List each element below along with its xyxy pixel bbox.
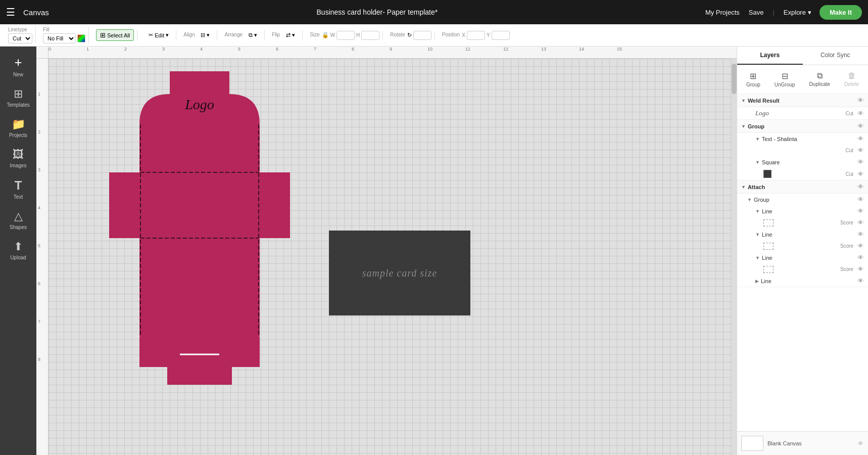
line3-chevron[interactable]: ▼ <box>755 255 760 260</box>
ruler-mark-1: 1 <box>86 47 89 52</box>
square-cut-visibility[interactable]: 👁 <box>857 170 864 178</box>
ruler-mark-4: 4 <box>200 47 203 52</box>
line4-visibility[interactable]: 👁 <box>857 277 864 285</box>
line3-row[interactable]: ▼ Line 👁 <box>737 252 868 263</box>
make-it-button[interactable]: Make It <box>819 5 862 20</box>
x-input[interactable] <box>467 31 485 40</box>
score3-preview <box>763 266 774 273</box>
x-label: X <box>462 32 465 38</box>
sidebar-item-shapes[interactable]: △ Shapes <box>3 206 34 234</box>
attach-group-visibility[interactable]: 👁 <box>857 196 864 203</box>
text-shalinta-cut-visibility[interactable]: 👁 <box>857 147 864 154</box>
top-bar: ☰ Canvas Business card holder- Paper tem… <box>0 0 868 24</box>
score1-visibility[interactable]: 👁 <box>857 219 864 226</box>
group-chevron[interactable]: ▼ <box>741 124 746 129</box>
score2-tag: Score <box>840 243 853 249</box>
canvas-area[interactable]: 0 1 2 3 4 5 6 7 8 9 10 11 12 13 14 15 1 <box>36 47 737 455</box>
width-input[interactable] <box>336 31 355 40</box>
sidebar-item-projects[interactable]: 📁 Projects <box>3 114 34 142</box>
attach-header[interactable]: ▼ Attach 👁 <box>737 180 868 194</box>
flip-button[interactable]: ⇄ ▾ <box>282 30 299 40</box>
line1-chevron[interactable]: ▼ <box>755 209 760 214</box>
group-button[interactable]: ⊞ Group <box>742 69 764 89</box>
logo-visibility-icon[interactable]: 👁 <box>857 110 864 117</box>
height-input[interactable] <box>361 31 379 40</box>
line2-row[interactable]: ▼ Line 👁 <box>737 229 868 240</box>
y-input[interactable] <box>492 31 510 40</box>
panel-actions: ⊞ Group ⊟ UnGroup ⧉ Duplicate 🗑 Delete <box>737 65 868 94</box>
templates-icon: ⊞ <box>14 87 23 101</box>
text-shalinta-cut-row[interactable]: Cut 👁 <box>737 145 868 156</box>
score1-row[interactable]: Score 👁 <box>737 217 868 229</box>
sidebar-item-upload[interactable]: ⬆ Upload <box>3 236 34 264</box>
blank-canvas-visibility-icon[interactable]: 👁 <box>857 440 864 447</box>
square-row[interactable]: ▼ Square 👁 <box>737 156 868 168</box>
arrange-button[interactable]: ⧉ ▾ <box>245 30 261 40</box>
tab-color-sync[interactable]: Color Sync <box>803 47 869 65</box>
edit-button[interactable]: ✂ Edit ▾ <box>144 30 173 40</box>
layers-list[interactable]: ▼ Weld Result 👁 Logo Cut 👁 ▼ Group 👁 <box>737 94 868 431</box>
ruler-mark-11: 11 <box>465 47 470 52</box>
ruler-mark-v1: 1 <box>38 92 40 97</box>
select-all-button[interactable]: ⊞ Select All <box>96 29 134 41</box>
line4-row[interactable]: ▶ Line 👁 <box>737 275 868 287</box>
score2-visibility[interactable]: 👁 <box>857 242 864 250</box>
text-shalinta-name: Text - Shalinta <box>762 136 853 142</box>
group-visibility-icon[interactable]: 👁 <box>857 122 864 130</box>
ruler-mark-14: 14 <box>579 47 584 52</box>
right-panel: Layers Color Sync ⊞ Group ⊟ UnGroup ⧉ Du… <box>737 47 868 455</box>
hamburger-menu[interactable]: ☰ <box>6 6 15 18</box>
fill-select[interactable]: No Fill <box>43 33 76 43</box>
weld-result-visibility-icon[interactable]: 👁 <box>857 97 864 104</box>
lock-icon: 🔒 <box>322 32 329 38</box>
line2-chevron[interactable]: ▼ <box>755 232 760 237</box>
line3-visibility[interactable]: 👁 <box>857 254 864 261</box>
rotate-input[interactable] <box>413 31 431 40</box>
new-icon: + <box>14 55 22 70</box>
text-shalinta-row[interactable]: ▼ Text - Shalinta 👁 <box>737 133 868 145</box>
text-shalinta-chevron[interactable]: ▼ <box>755 136 760 142</box>
attach-chevron[interactable]: ▼ <box>741 185 746 190</box>
ruler-mark-v6: 6 <box>38 281 40 286</box>
line1-visibility[interactable]: 👁 <box>857 207 864 215</box>
line1-row[interactable]: ▼ Line 👁 <box>737 205 868 217</box>
linetype-select[interactable]: Cut <box>8 33 32 43</box>
delete-button[interactable]: 🗑 Delete <box>840 69 863 89</box>
explore-button[interactable]: Explore ▾ <box>784 9 811 16</box>
tab-layers[interactable]: Layers <box>737 47 803 65</box>
attach-group-row[interactable]: ▼ Group 👁 <box>737 194 868 205</box>
arrange-icon: ⧉ <box>249 32 253 38</box>
score3-row[interactable]: Score 👁 <box>737 263 868 275</box>
square-visibility[interactable]: 👁 <box>857 158 864 166</box>
line2-visibility[interactable]: 👁 <box>857 231 864 238</box>
weld-result-chevron[interactable]: ▼ <box>741 98 746 103</box>
logo-layer-row[interactable]: Logo Cut 👁 <box>737 107 868 119</box>
align-button[interactable]: ⊟ ▾ <box>197 30 214 40</box>
sidebar-item-images[interactable]: 🖼 Images <box>3 144 34 172</box>
save-link[interactable]: Save <box>749 9 764 16</box>
align-group: Align ⊟ ▾ <box>180 30 217 40</box>
line4-chevron[interactable]: ▶ <box>755 279 759 284</box>
sidebar-item-text[interactable]: T Text <box>3 174 34 204</box>
group-section-header[interactable]: ▼ Group 👁 <box>737 120 868 133</box>
line4-name: Line <box>761 278 853 284</box>
rotate-group: Rotate ↻ <box>387 31 435 40</box>
weld-result-label: Weld Result <box>748 98 853 104</box>
fill-label: Fill <box>43 27 85 32</box>
square-cut-row[interactable]: Cut 👁 <box>737 168 868 180</box>
duplicate-button[interactable]: ⧉ Duplicate <box>805 69 834 89</box>
attach-group-chevron[interactable]: ▼ <box>747 197 752 202</box>
sidebar-item-templates[interactable]: ⊞ Templates <box>3 83 34 112</box>
sidebar-item-new[interactable]: + New <box>3 51 34 81</box>
sample-card[interactable]: sample card size <box>329 231 470 315</box>
edit-icon: ✂ <box>149 32 153 38</box>
card-holder-shape[interactable]: Logo <box>109 71 290 400</box>
attach-visibility[interactable]: 👁 <box>857 183 864 191</box>
score3-visibility[interactable]: 👁 <box>857 265 864 273</box>
ungroup-button[interactable]: ⊟ UnGroup <box>770 69 799 89</box>
text-shalinta-visibility[interactable]: 👁 <box>857 135 864 143</box>
score2-row[interactable]: Score 👁 <box>737 240 868 252</box>
my-projects-link[interactable]: My Projects <box>705 9 740 16</box>
weld-result-header[interactable]: ▼ Weld Result 👁 <box>737 94 868 107</box>
square-chevron[interactable]: ▼ <box>755 160 760 165</box>
